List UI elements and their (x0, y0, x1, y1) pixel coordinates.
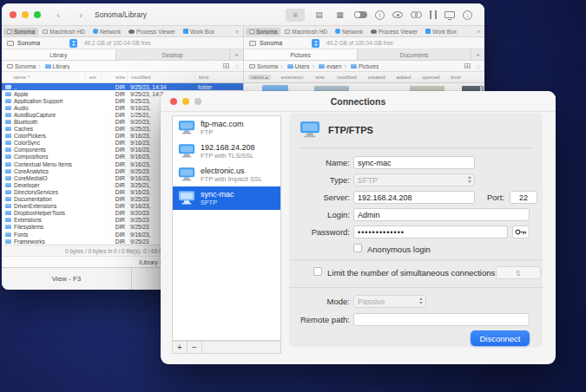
folder-icon (5, 154, 11, 159)
pane-tab[interactable]: Sonoma (3, 28, 38, 36)
file-size-cell: DIR (101, 203, 127, 209)
folder-tab-pictures[interactable]: Pictures (244, 49, 358, 60)
column-header-size[interactable]: size (312, 75, 325, 80)
column-header-added[interactable]: added (393, 75, 412, 80)
close-button[interactable] (10, 11, 16, 18)
info-icon[interactable]: i (375, 10, 385, 20)
add-tab-icon[interactable]: + (230, 49, 243, 60)
search-binoculars-icon[interactable] (411, 11, 422, 18)
right-drive-selector[interactable]: Sonoma 49.2 GB of 100.04 GB free (243, 37, 484, 49)
tab-icon (43, 29, 48, 34)
grid-icon[interactable] (464, 63, 471, 69)
connection-texts: ftp-mac.com FTP (201, 120, 244, 136)
list-view-icon[interactable]: ≡ (286, 9, 305, 22)
connection-item[interactable]: ftp-mac.com FTP (173, 116, 280, 140)
add-tab-icon[interactable]: + (471, 49, 484, 60)
pane-tab[interactable]: Work Box (422, 28, 460, 36)
drive-stepper-icon[interactable] (69, 39, 77, 48)
back-icon[interactable]: ‹ (53, 10, 63, 20)
drive-free-space: 49.2 GB of 100.04 GB free (326, 40, 393, 46)
zoom-button[interactable] (34, 11, 41, 18)
folder-icon (5, 127, 11, 131)
connection-item[interactable]: 192.168.24.208 FTP with TLS/SSL (173, 140, 280, 163)
limit-connections-checkbox[interactable] (313, 267, 322, 276)
pane-tab[interactable]: Network (332, 28, 366, 36)
dialog-title: Connections (161, 96, 556, 107)
pane-tab[interactable]: Process Viewer (125, 28, 179, 36)
drive-stepper-icon[interactable] (312, 39, 319, 48)
anonymous-login-checkbox[interactable] (353, 244, 362, 252)
disconnect-button[interactable]: Disconnect (471, 330, 530, 346)
limit-count-value: 5 (516, 269, 520, 278)
column-header-modified[interactable]: modified (127, 72, 194, 82)
grid-icon[interactable] (223, 63, 229, 69)
right-column-headers: name ▴ extension size modified created a… (243, 72, 484, 82)
folder-tab-desktop[interactable]: Desktop (116, 49, 231, 60)
folder-icon (5, 183, 11, 187)
connection-item[interactable]: sync-mac SFTP (173, 186, 280, 210)
breadcrumb-item[interactable]: evgen (310, 63, 342, 69)
file-name-cell: DirectoryServices (2, 189, 85, 195)
toggle-switch-icon[interactable] (354, 11, 367, 18)
breadcrumb: Sonoma Library (7, 63, 69, 69)
column-header-kind[interactable]: kind (194, 72, 243, 82)
password-field[interactable] (353, 225, 508, 238)
column-header-name[interactable]: name ▴ (248, 75, 271, 80)
pause-columns-icon[interactable] (430, 10, 437, 19)
command-line[interactable]: /Library > (139, 259, 162, 265)
breadcrumb-item[interactable]: Library (36, 63, 69, 69)
pane-tab[interactable]: Macintosh HD (281, 28, 331, 36)
eject-icon[interactable]: ↓ (463, 10, 472, 20)
compact-view-icon[interactable]: ▤ (313, 9, 326, 22)
remove-connection-button[interactable]: − (188, 342, 202, 353)
display-icon[interactable] (444, 11, 455, 18)
minimize-button[interactable] (22, 11, 29, 18)
column-header-modified[interactable]: modified (333, 75, 357, 80)
tab-label: Network (342, 29, 363, 35)
file-size-cell: DIR (101, 224, 127, 230)
breadcrumb-item[interactable]: Sonoma (7, 63, 36, 69)
login-field[interactable] (353, 208, 530, 221)
name-field[interactable] (353, 156, 475, 169)
breadcrumb-item[interactable]: Sonoma (249, 63, 278, 69)
file-name-cell: Developer (2, 182, 85, 188)
column-header-name[interactable]: name ^ (2, 75, 85, 80)
name-label: Name: (289, 158, 350, 167)
pane-tab[interactable]: Macintosh HD (39, 28, 89, 36)
column-header-created[interactable]: created (365, 75, 385, 80)
breadcrumb-item[interactable]: Pictures (342, 63, 379, 69)
connection-item[interactable]: electronic.us FTP with Implicit SSL (173, 163, 280, 186)
left-drive-selector[interactable]: Sonoma 49.2 GB of 100.04 GB free (2, 37, 243, 49)
pane-tab[interactable]: Sonoma (246, 28, 280, 36)
star-icon[interactable]: ☆ (234, 63, 240, 69)
connection-name: sync-mac (201, 190, 234, 199)
column-header-ext[interactable]: ext (85, 72, 101, 82)
folder-tab-library[interactable]: Library (2, 49, 116, 60)
column-header-kind[interactable]: kind (447, 75, 460, 80)
remote-path-field[interactable] (353, 313, 530, 326)
sort-asc-icon: ^ (28, 75, 30, 80)
add-connection-button[interactable]: + (173, 342, 188, 353)
port-field[interactable] (510, 191, 537, 204)
preview-eye-icon[interactable] (392, 11, 403, 18)
tab-label: Process Viewer (379, 29, 418, 35)
view-f3-button[interactable]: View - F3 (2, 268, 132, 290)
tab-overflow-icon[interactable]: » (474, 29, 483, 35)
column-header-extension[interactable]: extension (278, 75, 304, 80)
column-header-size[interactable]: size (101, 72, 127, 82)
folder-tab-documents[interactable]: Documents (358, 49, 471, 60)
folder-icon (5, 99, 11, 103)
forward-icon[interactable]: › (76, 10, 86, 20)
tab-overflow-icon[interactable]: » (233, 29, 241, 35)
breadcrumb-item[interactable]: Users (278, 63, 309, 69)
pane-tab[interactable]: Process Viewer (367, 28, 421, 36)
password-key-button[interactable] (512, 225, 530, 238)
star-icon[interactable]: ☆ (476, 63, 481, 69)
column-header-opened[interactable]: opened (418, 75, 439, 80)
grid-view-icon[interactable]: ▦ (333, 9, 346, 22)
pane-tab[interactable]: Network (89, 28, 124, 36)
connection-name: electronic.us (201, 167, 262, 175)
pane-tab[interactable]: Work Box (180, 28, 218, 36)
folder-tabs-row: Library Desktop + Pictures Documents + (2, 49, 484, 61)
table-row[interactable]: .. DIR 9/25/23, 14:34 folder (2, 83, 243, 90)
